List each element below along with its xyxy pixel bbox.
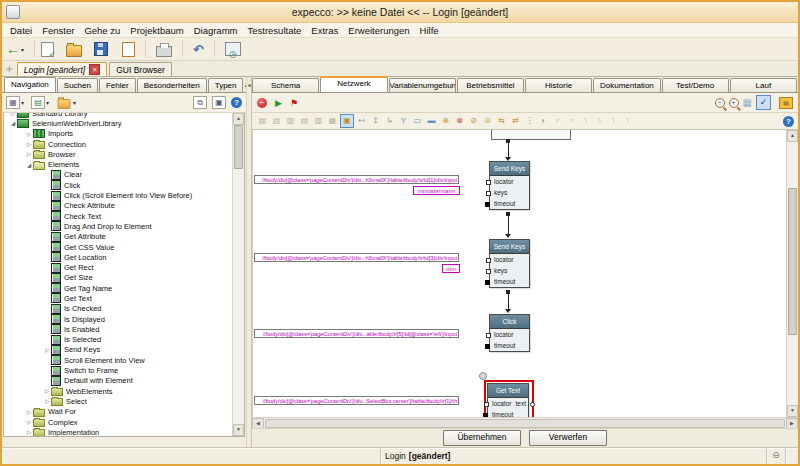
scroll-left-icon[interactable]: ◀ — [252, 418, 264, 429]
right-panel-tab[interactable]: Variablenumgebung — [389, 78, 456, 92]
grid-icon[interactable]: ▦ — [743, 97, 752, 108]
diagram-tool-icon[interactable]: ▥ — [284, 115, 297, 127]
tab-login[interactable]: Login [geändert] ✕ — [17, 62, 107, 76]
close-icon[interactable]: ✕ — [89, 64, 100, 75]
expand-arrow-icon[interactable]: ▷ — [25, 429, 33, 435]
diagram-tool-icon[interactable]: \ — [621, 115, 634, 127]
pin-keys[interactable]: keys — [490, 187, 529, 198]
diagram-tool-icon[interactable]: ⊕ — [439, 115, 452, 127]
diagram-tool-icon[interactable]: ▣ — [340, 114, 354, 128]
list-view-dropdown[interactable]: ▤ ▾ — [31, 96, 49, 109]
tree-item[interactable]: Is Enabled — [4, 324, 233, 334]
history-button[interactable]: ◷ — [225, 42, 241, 56]
menu-item[interactable]: Diagramm — [189, 25, 243, 36]
status-minimize-icon[interactable]: ⊖ — [767, 448, 786, 464]
pin-locator[interactable]: locator — [490, 254, 529, 265]
discard-button[interactable]: Verwerfen — [529, 430, 607, 446]
tree-item[interactable]: Get CSS Value — [4, 242, 233, 252]
zoom-in-icon[interactable]: + — [729, 98, 739, 108]
pin-text-output[interactable]: text — [516, 398, 526, 409]
tree-item[interactable]: Is Displayed — [4, 314, 233, 324]
tree-item[interactable]: Check Attribute — [4, 201, 233, 211]
pin-locator[interactable]: locator — [490, 176, 529, 187]
block-partial-top[interactable] — [491, 130, 571, 140]
diagram-tool-icon[interactable]: ◗ — [537, 115, 550, 127]
diagram-tool-icon[interactable]: \ — [607, 115, 620, 127]
diagram-tool-icon[interactable]: ∘ — [551, 115, 564, 127]
value-label[interactable]: mm — [442, 264, 460, 273]
left-panel-tab[interactable]: Fehler — [99, 78, 136, 92]
block-click[interactable]: Click locator timeout — [489, 314, 530, 352]
diagram-tool-icon[interactable]: ∘ — [565, 115, 578, 127]
scrollbar-thumb[interactable] — [788, 188, 797, 335]
diagram-tool-icon[interactable]: ▦ — [326, 115, 339, 127]
value-label-xpath[interactable]: //body/div[@class='pageContentDiv']/div.… — [254, 396, 459, 405]
title-bar[interactable]: expecco: >> keine Datei << -- Login [geä… — [2, 2, 798, 23]
expand-arrow-icon[interactable]: ▷ — [43, 347, 51, 353]
tree-item[interactable]: Switch to Frame — [4, 365, 233, 375]
right-panel-tab[interactable]: Historie — [525, 78, 592, 92]
menu-item[interactable]: Fenster — [37, 25, 79, 36]
scroll-up-icon[interactable]: ▲ — [233, 113, 244, 125]
snap-toggle[interactable]: ✓ — [756, 95, 771, 110]
right-panel-tab[interactable]: Betriebsmittel — [457, 78, 524, 92]
menu-item[interactable]: Hilfe — [415, 25, 444, 36]
right-panel-tab[interactable]: Schema — [252, 78, 319, 92]
value-label[interactable]: mmustermann — [413, 186, 460, 195]
expand-arrow-icon[interactable]: ▷ — [25, 151, 33, 157]
tree-item[interactable]: ▷ Wait For — [4, 407, 233, 417]
menu-item[interactable]: Testresultate — [242, 25, 306, 36]
right-panel-tab[interactable]: Dokumentation — [593, 78, 660, 92]
tree-item[interactable]: Get Size — [4, 273, 233, 283]
tree-item[interactable]: Get Rect — [4, 262, 233, 272]
scroll-down-icon[interactable]: ▼ — [233, 424, 244, 436]
diagram-tool-icon[interactable]: ▤ — [270, 115, 283, 127]
canvas-vscrollbar[interactable]: ▲ ▼ — [786, 130, 798, 417]
tree-item[interactable]: Clear — [4, 170, 233, 180]
expand-arrow-icon[interactable]: ▷ — [43, 388, 51, 394]
expand-arrow-icon[interactable]: ▷ — [43, 398, 51, 404]
dock-handle-icon[interactable]: ✛ — [6, 65, 13, 74]
pin-timeout[interactable]: timeout — [488, 409, 528, 417]
diagram-tool-icon[interactable]: Y — [397, 115, 410, 127]
tree-item[interactable]: Get Tag Name — [4, 283, 233, 293]
zoom-out-icon[interactable]: − — [715, 98, 725, 108]
diagram-tool-icon[interactable]: ▬ — [425, 115, 438, 127]
expand-arrow-icon[interactable]: ◢ — [9, 120, 17, 126]
pin-timeout[interactable]: timeout — [490, 198, 529, 209]
tree-scrollbar[interactable]: ▲ ▼ — [232, 113, 244, 436]
help-icon[interactable]: ? — [783, 116, 794, 127]
gear-dot-icon[interactable] — [479, 372, 487, 380]
left-panel-tab[interactable]: Besonderheiten — [137, 78, 207, 92]
diagram-tool-icon[interactable]: ⇆ — [495, 115, 508, 127]
detach-panel-icon[interactable]: ⧉ — [193, 96, 207, 109]
tree-item[interactable]: Click (Scroll Element into View Before) — [4, 190, 233, 200]
diagram-tool-icon[interactable]: \ — [579, 115, 592, 127]
save-button[interactable] — [94, 42, 108, 56]
value-label-xpath[interactable]: //body/div[@class='pageContentDiv']/div.… — [254, 175, 459, 184]
menu-item[interactable]: Erweiterungen — [343, 25, 414, 36]
scroll-right-icon[interactable]: ▶ — [786, 418, 798, 429]
menu-item[interactable]: Extras — [306, 25, 343, 36]
pin-timeout[interactable]: timeout — [490, 340, 529, 351]
diagram-tool-icon[interactable]: ↤ — [355, 115, 368, 127]
right-panel-tab[interactable]: Test/Demo — [662, 78, 729, 92]
inspect-icon[interactable]: − — [257, 98, 267, 108]
tree-view-dropdown[interactable]: ▦ ▾ — [6, 96, 24, 109]
tree-item[interactable]: Is Checked — [4, 304, 233, 314]
left-panel-tab[interactable]: Navigation — [4, 77, 56, 92]
back-button[interactable]: ← ▾ — [6, 42, 24, 56]
tree-item[interactable]: Click — [4, 180, 233, 190]
tree-item[interactable]: ▷ Imports — [4, 129, 233, 139]
print-button[interactable] — [156, 42, 172, 57]
diagram-tool-icon[interactable]: ▤ — [256, 115, 269, 127]
tree-item[interactable]: ▷ Implementation — [4, 427, 233, 437]
pin-keys[interactable]: keys — [490, 265, 529, 276]
diagram-tool-icon[interactable]: ⊘ — [467, 115, 480, 127]
scrollbar-thumb[interactable] — [265, 419, 785, 428]
tree-item[interactable]: ▷ Send Keys — [4, 345, 233, 355]
tree-item[interactable]: ▷ Complex — [4, 417, 233, 427]
right-panel-tab[interactable]: Netzwerk — [320, 76, 387, 92]
tree-item[interactable]: ◢ Elements — [4, 159, 233, 169]
value-label-xpath[interactable]: //body/div[@class='pageContentDiv']/div.… — [254, 329, 459, 338]
